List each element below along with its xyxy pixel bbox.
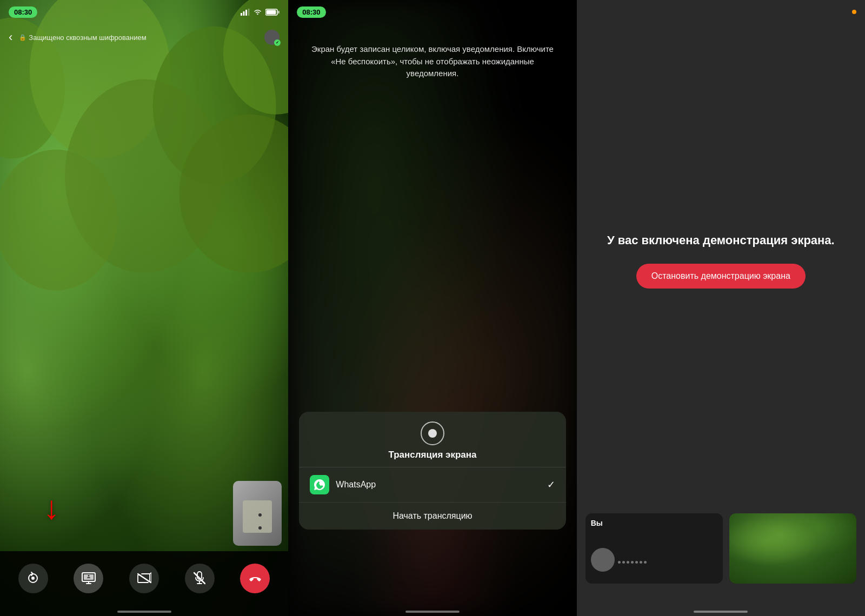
svg-rect-0 [241,13,242,16]
controls-bar [0,551,288,616]
svg-rect-3 [248,9,250,16]
red-arrow: ↓ [43,492,59,524]
nav-subtitle: Защищено сквозным шифрованием [29,34,146,42]
whatsapp-app-row[interactable]: WhatsApp ✓ [299,467,565,503]
svg-rect-5 [267,10,276,14]
svg-point-10 [88,575,89,577]
your-thumbnail: Вы [585,513,723,584]
status-icons-1 [241,9,280,16]
svg-rect-2 [245,10,247,16]
svg-rect-6 [278,11,280,14]
svg-point-7 [31,577,35,580]
battery-icon [265,9,280,16]
dialog-header: Трансляция экрана [299,412,565,467]
record-dot [428,429,437,438]
thumbnail-container: Вы [577,513,865,584]
your-avatar [591,548,615,572]
lock-icon: 🔒 [19,34,26,41]
status-bar-3 [852,0,856,24]
avatar[interactable] [264,30,280,45]
panel-3-sharing: У вас включена демонстрация экрана. Оста… [577,0,865,616]
remote-thumbnail [729,513,856,584]
orange-status-dot [852,10,856,14]
end-call-button[interactable] [240,564,270,593]
preview-window [233,481,282,546]
dialog-title: Трансляция экрана [388,450,476,460]
dialog-card: Трансляция экрана WhatsApp ✓ Начать тран… [299,412,565,530]
svg-rect-1 [243,11,245,16]
start-broadcast-button[interactable]: Начать трансляцию [299,503,565,530]
status-bar-1: 08:30 [0,0,288,24]
status-time-2: 08:30 [297,6,325,18]
status-bar-2: 08:30 [288,0,576,24]
app-name-label: WhatsApp [336,480,547,490]
share-screen-button[interactable] [74,564,103,593]
audio-dots [618,561,647,564]
panel-2-dialog: 08:30 Экран будет записан целиком, включ… [288,0,576,616]
screen-share-content: У вас включена демонстрация экрана. Оста… [577,24,865,497]
back-button[interactable]: ‹ [9,30,12,44]
mic-toggle-button[interactable] [185,564,215,593]
preview-bg [233,481,282,546]
check-icon: ✓ [547,479,555,491]
nav-bar-1: ‹ 🔒 Защищено сквозным шифрованием [0,24,288,51]
signal-icon [241,9,250,16]
whatsapp-icon [310,475,329,494]
stop-share-button[interactable]: Остановить демонстрацию экрана [636,264,806,289]
remote-camera-bg [729,513,856,584]
home-indicator-3 [694,611,748,613]
screen-share-title: У вас включена демонстрация экрана. [607,232,835,249]
status-time-1: 08:30 [9,6,37,18]
home-indicator-1 [117,611,171,613]
warning-text: Экран будет записан целиком, включая уве… [288,43,576,80]
you-label: Вы [591,519,718,527]
camera-toggle-button[interactable] [129,564,159,593]
panel-1-call: 08:30 ‹ 🔒 Защи [0,0,288,616]
flip-camera-button[interactable] [18,564,48,593]
record-circle [421,421,444,445]
home-indicator-2 [405,611,460,613]
wifi-icon [253,9,262,16]
